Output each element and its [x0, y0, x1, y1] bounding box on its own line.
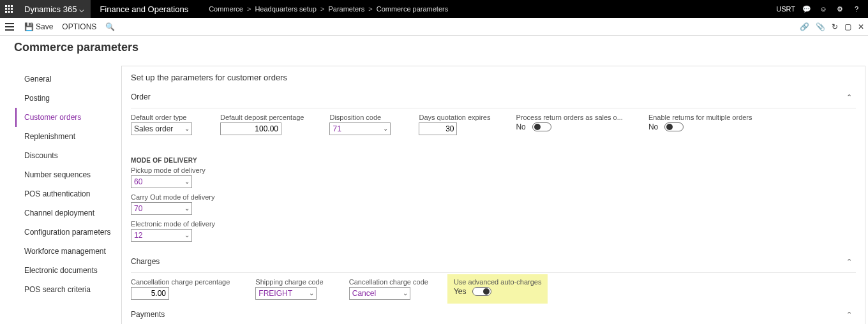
chevron-down-icon: ⌵ [79, 4, 84, 14]
field-enable-returns-multiple: Enable returns for multiple orders No [648, 114, 752, 135]
sidenav-electronic-documents[interactable]: Electronic documents [15, 261, 121, 280]
field-default-order-type: Default order type Sales order ⌄ [131, 114, 195, 135]
chevron-up-icon: ⌃ [846, 93, 856, 101]
svg-rect-11 [5, 29, 14, 31]
disposition-code-select[interactable]: 71 ⌄ [329, 122, 391, 135]
field-days-quotation-expires: Days quotation expires [419, 114, 490, 135]
gear-icon[interactable]: ⚙ [835, 4, 845, 14]
breadcrumb: Commerce> Headquarters setup> Parameters… [197, 5, 448, 13]
default-deposit-pct-input[interactable] [220, 122, 281, 135]
cancel-pct-input[interactable] [131, 287, 169, 300]
chevron-down-icon: ⌄ [309, 290, 314, 297]
hamburger-icon[interactable] [4, 23, 15, 31]
app-launcher-icon[interactable] [0, 0, 18, 18]
section-order-label: Order [131, 92, 151, 101]
chevron-down-icon: ⌄ [184, 178, 190, 185]
chevron-up-icon: ⌃ [846, 311, 856, 319]
sidenav-channel-deployment[interactable]: Channel deployment [15, 203, 121, 223]
topbar-right: USRT 💬 ☺ ⚙ ? [776, 4, 868, 14]
advanced-auto-toggle[interactable] [472, 287, 491, 296]
svg-rect-4 [8, 8, 10, 10]
breadcrumb-item[interactable]: Parameters [328, 5, 364, 13]
page-body: General Posting Customer orders Replenis… [0, 63, 868, 324]
side-nav: General Posting Customer orders Replenis… [15, 70, 121, 299]
svg-rect-3 [5, 8, 7, 10]
section-payments-label: Payments [131, 310, 165, 319]
sidenav-customer-orders[interactable]: Customer orders [15, 108, 121, 127]
chevron-down-icon: ⌄ [184, 232, 190, 239]
sidenav-configuration-parameters[interactable]: Configuration parameters [15, 223, 121, 242]
electronic-mode-select[interactable]: 12 ⌄ [131, 229, 192, 242]
options-button[interactable]: OPTIONS [62, 22, 96, 31]
breadcrumb-sep: > [368, 5, 372, 13]
breadcrumb-item[interactable]: Commerce [209, 5, 243, 13]
field-shipping-code: Shipping charge code FREIGHT ⌄ [255, 278, 323, 300]
main-title: Set up the parameters for customer order… [131, 73, 856, 82]
default-order-type-select[interactable]: Sales order ⌄ [131, 122, 192, 135]
user-label[interactable]: USRT [776, 5, 795, 13]
main-panel: Set up the parameters for customer order… [121, 66, 865, 324]
svg-rect-2 [11, 5, 13, 7]
svg-rect-0 [5, 5, 7, 7]
breadcrumb-item[interactable]: Headquarters setup [255, 5, 317, 13]
sidenav-pos-search-criteria[interactable]: POS search criteria [15, 280, 121, 299]
save-button[interactable]: 💾 Save [24, 22, 53, 31]
search-icon[interactable]: 🔍 [105, 22, 115, 31]
section-order-header[interactable]: Order ⌃ [131, 89, 856, 105]
refresh-icon[interactable]: ↻ [832, 22, 838, 31]
cancel-code-select[interactable]: Cancel ⌄ [349, 287, 410, 300]
section-charges-label: Charges [131, 257, 160, 266]
sidenav-general[interactable]: General [15, 70, 121, 89]
field-cancel-code: Cancellation charge code Cancel ⌄ [349, 278, 428, 300]
save-icon: 💾 [24, 22, 34, 31]
office-icon[interactable]: 📎 [816, 22, 825, 31]
breadcrumb-sep: > [247, 5, 251, 13]
svg-rect-8 [11, 11, 13, 13]
chevron-up-icon: ⌃ [846, 258, 856, 266]
section-payments-header[interactable]: Payments ⌃ [131, 306, 856, 323]
close-icon[interactable]: ✕ [858, 22, 864, 31]
section-charges-header[interactable]: Charges ⌃ [131, 253, 856, 270]
svg-rect-10 [5, 26, 14, 27]
enable-returns-toggle[interactable] [664, 122, 684, 131]
app-name: Finance and Operations [91, 4, 197, 14]
field-process-return-as-sales: Process return orders as sales o... No [516, 114, 623, 135]
page-title: Commerce parameters [14, 41, 868, 54]
top-bar: Dynamics 365 ⌵ Finance and Operations Co… [0, 0, 868, 18]
popout-icon[interactable]: ▢ [844, 22, 851, 31]
shipping-code-select[interactable]: FREIGHT ⌄ [255, 287, 317, 300]
field-cancel-pct: Cancellation charge percentage [131, 278, 230, 300]
chevron-down-icon: ⌄ [184, 125, 190, 132]
breadcrumb-item[interactable]: Commerce parameters [377, 5, 448, 13]
sidenav-posting[interactable]: Posting [15, 89, 121, 108]
attach-icon[interactable]: 🔗 [800, 22, 809, 31]
chevron-down-icon: ⌄ [184, 205, 190, 212]
days-quotation-input[interactable] [419, 122, 457, 135]
svg-rect-1 [8, 5, 10, 7]
chevron-down-icon: ⌄ [403, 290, 408, 297]
sidenav-pos-authentication[interactable]: POS authentication [15, 184, 121, 203]
svg-rect-6 [5, 11, 7, 13]
save-label: Save [36, 22, 53, 31]
chat-icon[interactable]: 💬 [802, 4, 812, 14]
field-advanced-auto-charges: Use advanced auto-charges Yes [447, 274, 548, 304]
help-icon[interactable]: ? [851, 4, 862, 14]
svg-rect-9 [5, 23, 14, 24]
breadcrumb-sep: > [320, 5, 324, 13]
pickup-mode-select[interactable]: 60 ⌄ [131, 175, 192, 188]
process-return-toggle[interactable] [532, 122, 551, 131]
svg-rect-5 [11, 8, 13, 10]
brand-label: Dynamics 365 [24, 4, 77, 14]
sidenav-number-sequences[interactable]: Number sequences [15, 165, 121, 184]
sidenav-replenishment[interactable]: Replenishment [15, 127, 121, 146]
sidenav-discounts[interactable]: Discounts [15, 146, 121, 165]
order-fields: Default order type Sales order ⌄ Default… [131, 114, 856, 247]
carryout-mode-select[interactable]: 70 ⌄ [131, 202, 192, 215]
chevron-down-icon: ⌄ [383, 125, 388, 132]
brand-dropdown[interactable]: Dynamics 365 ⌵ [18, 0, 91, 18]
field-default-deposit-pct: Default deposit percentage [220, 114, 304, 135]
action-bar: 💾 Save OPTIONS 🔍 🔗 📎 ↻ ▢ ✕ [0, 18, 868, 36]
smiley-icon[interactable]: ☺ [818, 4, 828, 14]
sidenav-workforce-management[interactable]: Workforce management [15, 242, 121, 261]
svg-rect-7 [8, 11, 10, 13]
